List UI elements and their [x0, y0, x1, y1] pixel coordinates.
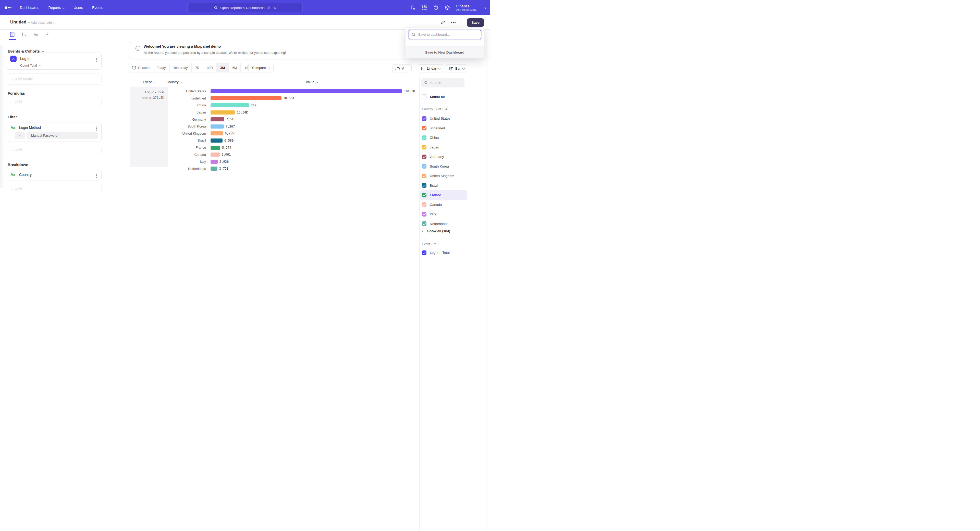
- country-checkbox[interactable]: [422, 193, 426, 197]
- country-checkbox[interactable]: [422, 145, 426, 149]
- operator-selector[interactable]: =: [14, 132, 25, 139]
- event-row-log-in---total[interactable]: Log In - Total: [420, 248, 467, 258]
- filter-property-name[interactable]: Login Method: [19, 125, 41, 130]
- bar-netherlands[interactable]: [210, 166, 218, 171]
- bar-undefined[interactable]: [210, 96, 282, 100]
- add-metric-button[interactable]: +Add Metric: [6, 73, 102, 85]
- country-checkbox[interactable]: [422, 164, 426, 169]
- breakdown-property-name[interactable]: Country: [19, 173, 32, 177]
- range-label: Custom: [138, 66, 150, 70]
- share-link-icon[interactable]: [441, 20, 445, 25]
- bar-united-states[interactable]: [210, 89, 402, 94]
- apps-grid-icon[interactable]: [422, 5, 427, 10]
- bar-canada[interactable]: [210, 152, 220, 157]
- country-checkbox[interactable]: [422, 183, 426, 188]
- bar-japan[interactable]: [210, 111, 235, 114]
- bar-label: Germany: [107, 117, 206, 121]
- country-row-undefined[interactable]: undefined: [420, 124, 467, 133]
- filter-menu-icon[interactable]: [95, 125, 98, 132]
- add-filter-button[interactable]: +Add: [6, 145, 102, 155]
- project-switcher[interactable]: Finance All Project Data: [456, 4, 487, 11]
- country-row-france[interactable]: France: [420, 190, 467, 200]
- column-header-country[interactable]: Country: [158, 80, 190, 84]
- range-button-6m[interactable]: 6M: [229, 63, 241, 72]
- breakdown-card-country[interactable]: Aa Country: [6, 170, 102, 180]
- range-button-30d[interactable]: 30D: [203, 63, 217, 72]
- settings-gear-icon[interactable]: [445, 5, 450, 10]
- show-all-button[interactable]: Show all (184): [422, 229, 450, 233]
- country-checkbox[interactable]: [422, 116, 426, 121]
- country-row-netherlands[interactable]: Netherlands: [420, 219, 467, 229]
- aggregation-selector[interactable]: Count Total: [20, 63, 41, 67]
- tab-insights[interactable]: [7, 30, 18, 39]
- divider: [421, 103, 465, 103]
- report-title[interactable]: Untitled: [10, 20, 26, 25]
- event-checkbox[interactable]: [422, 250, 426, 255]
- compare-button[interactable]: Compare: [248, 63, 274, 73]
- save-dashboard-input[interactable]: [418, 33, 477, 36]
- country-checkbox[interactable]: [422, 155, 426, 159]
- metric-card-log-in[interactable]: A Log In Count Total: [6, 52, 102, 70]
- value-mode-selector[interactable]: Linear: [418, 64, 443, 73]
- country-row-germany[interactable]: Germany: [420, 152, 467, 162]
- segment-search[interactable]: [421, 78, 465, 87]
- add-formula-button[interactable]: +Add: [6, 97, 102, 107]
- more-options-button[interactable]: [451, 22, 455, 23]
- country-row-united-states[interactable]: United States: [420, 114, 467, 124]
- bar-germany[interactable]: [210, 117, 224, 121]
- country-row-brazil[interactable]: Brazil: [420, 181, 467, 190]
- range-button-7d[interactable]: 7D: [192, 63, 204, 72]
- range-button-3m[interactable]: 3M: [217, 63, 229, 72]
- bar-brazil[interactable]: [210, 138, 223, 143]
- metric-name[interactable]: Log In: [20, 57, 30, 61]
- filter-value-selector[interactable]: Manual Password: [27, 132, 98, 139]
- range-button-yesterday[interactable]: Yesterday: [170, 63, 192, 72]
- add-description-button[interactable]: + Add description...: [28, 21, 56, 24]
- bar-south-korea[interactable]: [210, 124, 224, 128]
- chart-type-selector[interactable]: Bar: [446, 64, 467, 73]
- country-checkbox[interactable]: [422, 135, 426, 140]
- tab-flows[interactable]: [30, 30, 41, 39]
- column-header-value[interactable]: Value: [302, 80, 322, 84]
- nav-item-dashboards[interactable]: Dashboards: [20, 6, 39, 10]
- bar-china[interactable]: [210, 103, 249, 107]
- segment-search-input[interactable]: [430, 81, 461, 85]
- top-nav: DashboardsReportsUsersEvents Open Report…: [0, 0, 490, 15]
- mixpanel-logo[interactable]: [5, 0, 11, 15]
- range-button-custom[interactable]: Custom: [128, 63, 153, 72]
- nav-item-events[interactable]: Events: [92, 6, 103, 10]
- country-row-japan[interactable]: Japan: [420, 143, 467, 152]
- range-button-today[interactable]: Today: [153, 63, 170, 72]
- bar-united-kingdom[interactable]: [210, 132, 223, 135]
- save-to-new-dashboard-button[interactable]: Save to New Dashboard: [406, 46, 484, 58]
- country-row-china[interactable]: China: [420, 133, 467, 143]
- breakdown-menu-icon[interactable]: [95, 173, 98, 179]
- country-row-canada[interactable]: Canada: [420, 200, 467, 210]
- obscured-folder-button[interactable]: V: [392, 64, 412, 73]
- save-dashboard-search[interactable]: [409, 30, 481, 39]
- metric-menu-icon[interactable]: [95, 57, 98, 63]
- country-checkbox[interactable]: [422, 212, 426, 217]
- range-label: 6M: [232, 66, 237, 70]
- country-checkbox[interactable]: [422, 202, 426, 207]
- filter-card-login-method[interactable]: Aa Login Method = Manual Password: [6, 122, 102, 141]
- help-icon[interactable]: [433, 5, 438, 10]
- select-all-row[interactable]: Select all: [422, 94, 445, 99]
- country-checkbox[interactable]: [422, 126, 426, 130]
- data-management-icon[interactable]: [410, 5, 415, 10]
- save-button[interactable]: Save: [467, 18, 484, 27]
- country-row-united-kingdom[interactable]: United Kingdom: [420, 171, 467, 181]
- bar-italy[interactable]: [210, 160, 218, 164]
- nav-item-users[interactable]: Users: [74, 6, 83, 10]
- tab-retention[interactable]: [42, 30, 52, 39]
- add-breakdown-button[interactable]: +Add: [6, 184, 102, 194]
- country-row-south-korea[interactable]: South Korea: [420, 162, 467, 171]
- tab-funnels[interactable]: [19, 30, 29, 39]
- open-reports-search[interactable]: Open Reports & Dashboards ⌘ + K: [187, 3, 303, 12]
- country-row-italy[interactable]: Italy: [420, 209, 467, 219]
- nav-item-reports[interactable]: Reports: [48, 6, 65, 10]
- country-checkbox[interactable]: [422, 174, 426, 178]
- country-checkbox[interactable]: [422, 221, 426, 226]
- select-all-checkbox[interactable]: [422, 94, 426, 99]
- bar-france[interactable]: [210, 146, 220, 150]
